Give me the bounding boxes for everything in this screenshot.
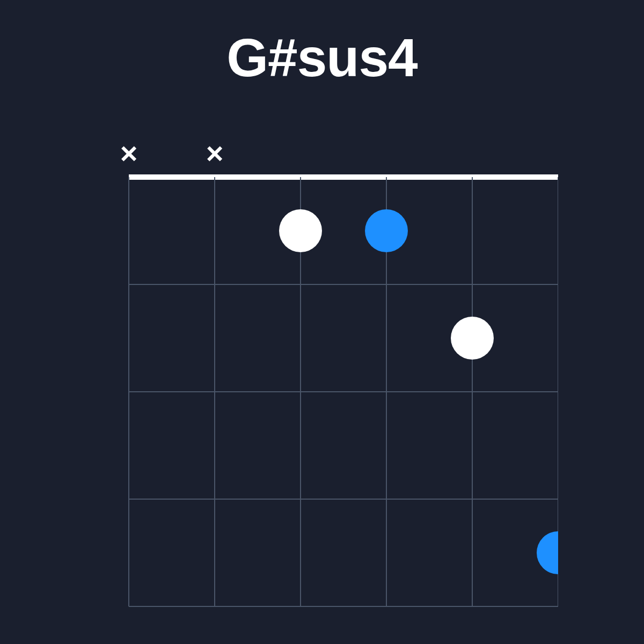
mute-mark-icon: × (206, 145, 224, 170)
fretboard-diagram: 1×× (86, 145, 558, 628)
chord-name-title: G#sus4 (0, 27, 644, 89)
finger-dot-accent (365, 209, 408, 252)
finger-dot (279, 209, 322, 252)
chord-diagram-container: G#sus4 1×× (0, 0, 644, 644)
finger-dot-accent (537, 531, 558, 574)
finger-dot (451, 317, 494, 360)
mute-mark-icon: × (120, 145, 138, 170)
fretboard-svg: 1×× (86, 145, 558, 628)
